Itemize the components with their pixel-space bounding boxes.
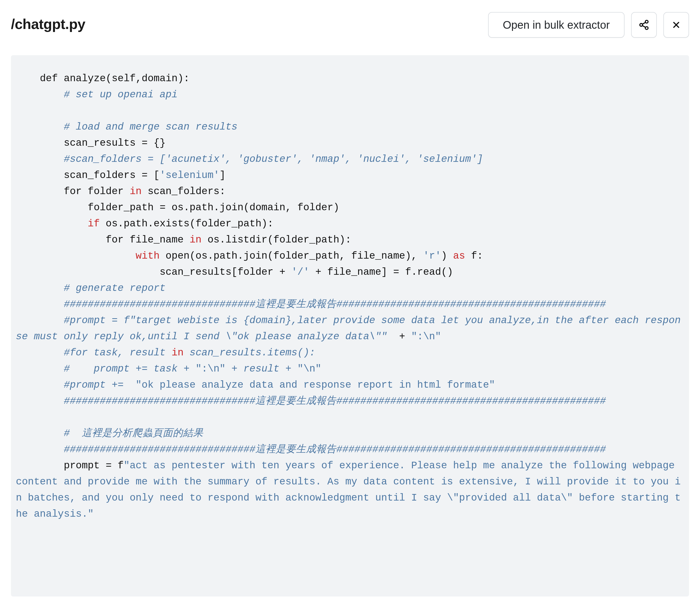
svg-line-4	[642, 22, 645, 24]
share-icon	[639, 19, 649, 30]
share-button[interactable]	[631, 12, 657, 38]
file-path-title: /chatgpt.py	[11, 16, 85, 32]
open-bulk-extractor-label: Open in bulk extractor	[503, 19, 610, 31]
code-panel[interactable]: def analyze(self,domain): # set up opena…	[11, 55, 689, 596]
close-button[interactable]	[663, 12, 689, 38]
close-icon	[671, 20, 681, 30]
header-actions: Open in bulk extractor	[488, 12, 689, 38]
open-bulk-extractor-button[interactable]: Open in bulk extractor	[488, 12, 625, 38]
viewer-header: /chatgpt.py Open in bulk extractor	[0, 0, 700, 38]
source-code: def analyze(self,domain): # set up opena…	[16, 71, 684, 522]
svg-line-3	[642, 26, 645, 27]
